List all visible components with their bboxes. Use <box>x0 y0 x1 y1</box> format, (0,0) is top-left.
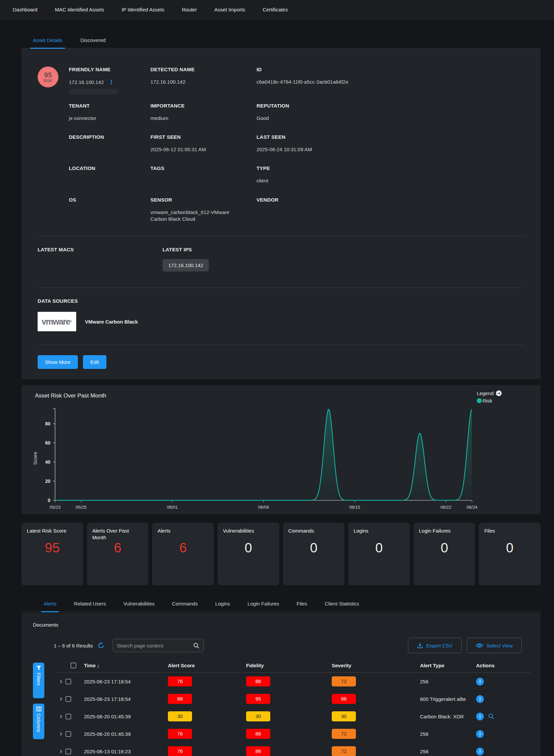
severity-chip: 72 <box>332 729 356 739</box>
risk-line-chart: 02040608005/2305/2506/0106/0806/1506/220… <box>32 405 502 512</box>
info-icon[interactable]: i <box>476 748 484 755</box>
expand-row-icon[interactable]: › <box>60 730 62 738</box>
card-latest-risk-score: Latest Risk Score 95 <box>21 523 83 585</box>
nav-item-ip-identified-assets[interactable]: IP Identified Assets <box>122 7 164 12</box>
expand-row-icon[interactable]: › <box>60 678 62 685</box>
fidelity-chip: 88 <box>246 729 270 739</box>
show-more-button[interactable]: Show More <box>38 355 78 369</box>
cell-time: 2025-06-20 01:45:39 <box>84 714 168 719</box>
alerts-table: Filters Columns Time↓ Alert Score Fideli… <box>32 663 530 756</box>
nav-item-asset-imports[interactable]: Asset Imports <box>214 7 245 12</box>
info-icon[interactable]: i <box>476 713 484 720</box>
last-seen-value: 2025-06-24 10:31:09 AM <box>257 146 524 153</box>
risk-score-caption: RISK <box>44 79 52 83</box>
kebab-menu-icon[interactable]: ⋮ <box>108 79 114 85</box>
field-importance: IMPORTANCE medium <box>150 103 257 122</box>
row-checkbox[interactable] <box>65 731 71 737</box>
card-vulnerabilities: Vulnerabilities 0 <box>218 523 279 585</box>
asset-risk-chart-panel: Asset Risk Over Past Month Legend ➔ Risk… <box>21 385 541 514</box>
column-header-time[interactable]: Time↓ <box>84 663 168 668</box>
friendly-name-underlay <box>69 89 119 94</box>
fidelity-chip: 30 <box>246 711 270 721</box>
tab-client-statistics[interactable]: Client Statistics <box>323 597 361 612</box>
chart-legend: Legend ➔ Risk <box>477 390 502 404</box>
asset-tab-bar: Asset Details Discovered <box>21 33 541 48</box>
cell-alert-type: 256 <box>420 731 476 737</box>
search-box <box>112 639 204 652</box>
column-header-alert-score[interactable]: Alert Score <box>168 663 246 668</box>
svg-text:05/25: 05/25 <box>76 505 87 510</box>
search-action-icon[interactable] <box>488 713 495 720</box>
first-seen-value: 2025-06-12 01:05:31 AM <box>150 146 257 153</box>
card-login-failures: Login Failures 0 <box>414 523 475 585</box>
tab-discovered[interactable]: Discovered <box>79 33 107 48</box>
tab-vulnerabilities[interactable]: Vulnerabilities <box>122 597 156 612</box>
latest-addresses-section: LATEST MACS LATEST IPS 172.16.100.142 <box>38 247 524 279</box>
tab-login-failures[interactable]: Login Failures <box>246 597 280 612</box>
latest-ip-chip[interactable]: 172.16.100.142 <box>163 259 209 271</box>
svg-text:60: 60 <box>45 440 50 446</box>
card-logins: Logins 0 <box>348 523 410 585</box>
field-os: OS <box>69 197 150 223</box>
metric-value: 0 <box>414 540 475 555</box>
column-header-alert-type[interactable]: Alert Type <box>420 663 476 668</box>
legend-collapse-arrow-icon[interactable]: ➔ <box>496 390 502 396</box>
search-input[interactable] <box>117 643 193 648</box>
friendly-name-value: 172.16.100.142 <box>69 79 104 85</box>
severity-chip: 72 <box>332 746 356 756</box>
tab-asset-details[interactable]: Asset Details <box>32 33 64 48</box>
select-all-checkbox[interactable] <box>71 663 76 668</box>
expand-row-icon[interactable]: › <box>60 713 62 720</box>
nav-item-dashboard[interactable]: Dashboard <box>13 7 37 12</box>
columns-button[interactable]: Columns <box>33 704 44 739</box>
row-checkbox[interactable] <box>65 696 71 702</box>
info-icon[interactable]: i <box>476 730 484 738</box>
field-reputation: REPUTATION Good <box>257 103 524 122</box>
legend-title: Legend <box>477 390 494 396</box>
field-tenant: TENANT jx-connector <box>69 103 150 122</box>
section-divider <box>38 345 524 345</box>
row-checkbox[interactable] <box>65 749 71 754</box>
expand-row-icon[interactable]: › <box>60 748 62 755</box>
tab-commands[interactable]: Commands <box>171 597 199 612</box>
filters-button[interactable]: Filters <box>33 663 44 698</box>
expand-row-icon[interactable]: › <box>60 695 62 703</box>
tab-files[interactable]: Files <box>295 597 309 612</box>
card-alerts: Alerts 6 <box>152 523 214 585</box>
row-checkbox[interactable] <box>65 679 71 684</box>
table-row: › 2025-06-20 01:45:39 30 30 30 Carbon Bl… <box>57 708 530 725</box>
row-checkbox[interactable] <box>65 714 71 719</box>
search-icon[interactable] <box>193 642 199 649</box>
legend-series-risk[interactable]: Risk <box>477 398 502 404</box>
nav-item-router[interactable]: Router <box>182 7 197 12</box>
alert-score-chip: 76 <box>168 746 192 756</box>
metric-value: 0 <box>348 540 410 555</box>
svg-text:0: 0 <box>48 498 50 503</box>
tab-alerts[interactable]: Alerts <box>42 597 58 612</box>
type-value: client <box>257 177 524 184</box>
refresh-icon[interactable] <box>98 642 104 649</box>
tab-related-users[interactable]: Related Users <box>73 597 107 612</box>
edit-button[interactable]: Edit <box>83 355 106 369</box>
table-row: › 2025-06-20 01:45:39 76 88 72 256 i <box>57 725 530 743</box>
column-header-severity[interactable]: Severity <box>332 663 420 668</box>
metric-value: 0 <box>218 540 279 555</box>
info-icon[interactable]: i <box>476 678 484 685</box>
nav-item-certificates[interactable]: Certificates <box>263 7 288 12</box>
top-navbar: Dashboard MAC Identified Assets IP Ident… <box>0 0 554 19</box>
field-first-seen: FIRST SEEN 2025-06-12 01:05:31 AM <box>150 134 257 153</box>
field-friendly-name: FRIENDLY NAME 172.16.100.142⋮ <box>69 67 150 94</box>
cell-time: 2025-06-20 01:45:39 <box>84 731 168 737</box>
nav-item-mac-identified-assets[interactable]: MAC Identified Assets <box>55 7 104 12</box>
vmware-logo: vmware® <box>38 312 76 331</box>
tab-logins[interactable]: Logins <box>214 597 231 612</box>
metric-value: 6 <box>87 540 149 555</box>
info-icon[interactable]: i <box>476 695 484 703</box>
data-sources-section: DATA SOURCES vmware® VMware Carbon Black <box>38 298 524 331</box>
legend-series-label: Risk <box>482 398 492 404</box>
export-csv-button[interactable]: Export CSV <box>408 638 462 653</box>
card-alerts-over-past-month: Alerts Over Past Month 6 <box>87 523 149 585</box>
svg-text:80: 80 <box>45 421 50 426</box>
select-view-button[interactable]: Select View <box>467 638 522 653</box>
column-header-fidelity[interactable]: Fidelity <box>246 663 332 668</box>
